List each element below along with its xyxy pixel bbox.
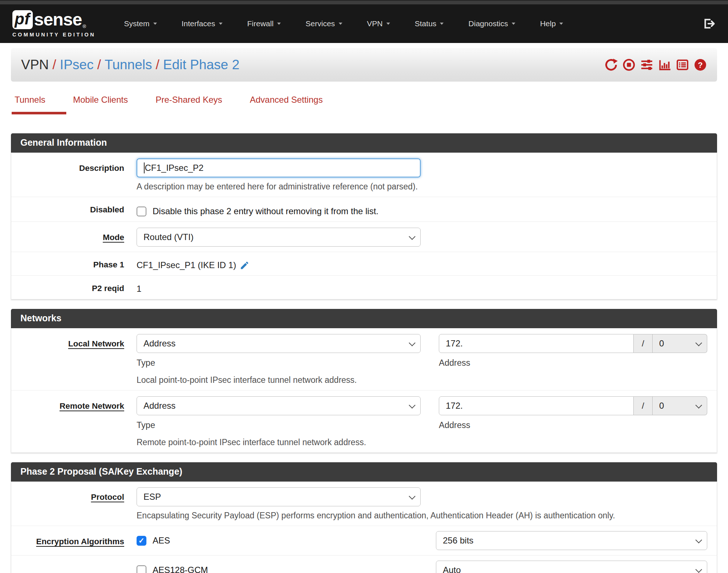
panel-general-information: General Information Description CF1_IPse… bbox=[11, 133, 717, 299]
disabled-checkbox[interactable] bbox=[137, 207, 146, 216]
breadcrumb-link-tunnels[interactable]: Tunnels bbox=[105, 57, 152, 72]
panel-title: Phase 2 Proposal (SA/Key Exchange) bbox=[11, 462, 717, 482]
refresh-icon[interactable] bbox=[605, 58, 618, 71]
panel-title: Networks bbox=[11, 309, 717, 328]
p2reqid-label: P2 reqid bbox=[92, 284, 124, 293]
chevron-down-icon bbox=[219, 23, 223, 25]
aes128gcm-checkbox[interactable] bbox=[137, 565, 146, 573]
slash-addon: / bbox=[634, 334, 653, 353]
remote-network-help: Remote point-to-point IPsec interface tu… bbox=[137, 437, 707, 447]
breadcrumb-root: VPN bbox=[21, 57, 49, 72]
bar-chart-icon[interactable] bbox=[658, 58, 671, 71]
window-top-strip bbox=[0, 0, 728, 4]
tab-tunnels[interactable]: Tunnels bbox=[15, 95, 46, 114]
panel-title: General Information bbox=[11, 133, 717, 153]
menu-item-services[interactable]: Services bbox=[306, 19, 342, 28]
sign-out-icon[interactable] bbox=[703, 17, 716, 30]
chevron-down-icon bbox=[695, 566, 702, 573]
aes-keylen-select[interactable]: 256 bits bbox=[436, 531, 707, 550]
row-p2reqid: P2 reqid 1 bbox=[11, 276, 717, 299]
panel-phase2-proposal: Phase 2 Proposal (SA/Key Exchange) Proto… bbox=[11, 462, 717, 573]
chevron-down-icon bbox=[339, 23, 342, 25]
protocol-help: Encapsulating Security Payload (ESP) per… bbox=[137, 511, 707, 521]
breadcrumb-link-ipsec[interactable]: IPsec bbox=[60, 57, 94, 72]
chevron-down-icon bbox=[277, 23, 281, 25]
tab-advanced-settings[interactable]: Advanced Settings bbox=[250, 95, 323, 114]
aes-label: AES bbox=[153, 535, 170, 546]
local-address-input[interactable]: 172. bbox=[439, 334, 634, 353]
row-remote-network: Remote Network Address Type 172. / bbox=[11, 390, 717, 452]
slash-addon: / bbox=[634, 396, 653, 415]
remote-type-caption: Type bbox=[137, 420, 421, 430]
chevron-down-icon bbox=[386, 23, 390, 25]
remote-mask-select[interactable]: 0 bbox=[653, 396, 707, 415]
menu-item-interfaces[interactable]: Interfaces bbox=[182, 19, 223, 28]
menu-item-firewall[interactable]: Firewall bbox=[247, 19, 281, 28]
local-network-help: Local point-to-point IPsec interface tun… bbox=[137, 375, 707, 385]
top-navbar: pf sense ® COMMUNITY EDITION System Inte… bbox=[0, 4, 728, 43]
breadcrumb-icons: ? bbox=[605, 58, 707, 71]
row-description: Description CF1_IPsec_P2 A description m… bbox=[11, 153, 717, 197]
pfsense-logo[interactable]: pf sense ® COMMUNITY EDITION bbox=[12, 10, 95, 38]
svg-text:?: ? bbox=[698, 60, 703, 70]
chevron-down-icon bbox=[409, 493, 415, 499]
chevron-down-icon bbox=[409, 402, 415, 408]
protocol-select[interactable]: ESP bbox=[137, 487, 421, 506]
sliders-icon[interactable] bbox=[640, 58, 653, 71]
tab-pre-shared-keys[interactable]: Pre-Shared Keys bbox=[156, 95, 222, 114]
remote-address-input[interactable]: 172. bbox=[439, 396, 634, 415]
chevron-down-icon bbox=[440, 23, 444, 25]
menu-item-system[interactable]: System bbox=[124, 19, 157, 28]
main-menu: System Interfaces Firewall Services VPN … bbox=[124, 19, 563, 28]
tab-mobile-clients[interactable]: Mobile Clients bbox=[73, 95, 128, 114]
local-network-label: Local Network bbox=[68, 339, 124, 348]
pfsense-logo-reg: ® bbox=[83, 24, 86, 29]
local-type-caption: Type bbox=[137, 358, 421, 368]
menu-item-diagnostics[interactable]: Diagnostics bbox=[468, 19, 515, 28]
description-help: A description may be entered here for ad… bbox=[137, 182, 707, 192]
row-encryption-aes: Encryption Algorithms AES 256 bits bbox=[11, 526, 717, 556]
row-encryption-aes128gcm: AES128-GCM Auto bbox=[11, 556, 717, 573]
pfsense-logo-row: pf sense ® bbox=[12, 10, 95, 29]
mode-select[interactable]: Routed (VTI) bbox=[137, 228, 421, 247]
help-circle-icon[interactable]: ? bbox=[694, 58, 707, 71]
menu-item-help[interactable]: Help bbox=[540, 19, 563, 28]
aes-checkbox[interactable] bbox=[137, 536, 146, 546]
local-network-type-select[interactable]: Address bbox=[137, 334, 421, 353]
breadcrumb: VPN/IPsec/Tunnels/Edit Phase 2 bbox=[21, 57, 240, 72]
chevron-down-icon bbox=[409, 340, 415, 346]
remote-network-label: Remote Network bbox=[59, 401, 124, 411]
aes128gcm-label: AES128-GCM bbox=[153, 565, 208, 573]
text-caret bbox=[144, 162, 145, 173]
local-address-caption: Address bbox=[439, 358, 707, 368]
mode-label: Mode bbox=[103, 233, 124, 242]
pfsense-logo-edition: COMMUNITY EDITION bbox=[12, 32, 95, 38]
phase1-label: Phase 1 bbox=[93, 260, 124, 269]
menu-item-vpn[interactable]: VPN bbox=[367, 19, 390, 28]
p2reqid-value: 1 bbox=[137, 282, 707, 294]
row-protocol: Protocol ESP Encapsulating Security Payl… bbox=[11, 482, 717, 526]
description-input[interactable]: CF1_IPsec_P2 bbox=[137, 158, 421, 177]
encryption-algorithms-label: Encryption Algorithms bbox=[36, 537, 124, 546]
chevron-down-icon bbox=[695, 340, 702, 346]
pencil-icon[interactable] bbox=[240, 260, 249, 270]
chevron-down-icon bbox=[512, 23, 515, 25]
row-local-network: Local Network Address Type 172. / bbox=[11, 328, 717, 390]
chevron-down-icon bbox=[695, 402, 702, 408]
remote-address-caption: Address bbox=[439, 420, 707, 430]
disabled-checkbox-label: Disable this phase 2 entry without remov… bbox=[153, 206, 378, 216]
disabled-label: Disabled bbox=[90, 205, 124, 214]
remote-network-type-select[interactable]: Address bbox=[137, 396, 421, 415]
panel-networks: Networks Local Network Address Type 172. bbox=[11, 309, 717, 453]
protocol-label: Protocol bbox=[91, 492, 124, 502]
chevron-down-icon bbox=[153, 23, 157, 25]
breadcrumb-link-edit-phase2[interactable]: Edit Phase 2 bbox=[163, 57, 240, 72]
menu-item-status[interactable]: Status bbox=[415, 19, 444, 28]
stop-circle-icon[interactable] bbox=[622, 58, 635, 71]
list-icon[interactable] bbox=[676, 58, 689, 71]
local-mask-select[interactable]: 0 bbox=[653, 334, 707, 353]
chevron-down-icon bbox=[409, 233, 415, 240]
pfsense-logo-sense: sense bbox=[34, 11, 82, 28]
row-phase1: Phase 1 CF1_IPsec_P1 (IKE ID 1) bbox=[11, 252, 717, 276]
aes128gcm-keylen-select[interactable]: Auto bbox=[436, 561, 707, 573]
